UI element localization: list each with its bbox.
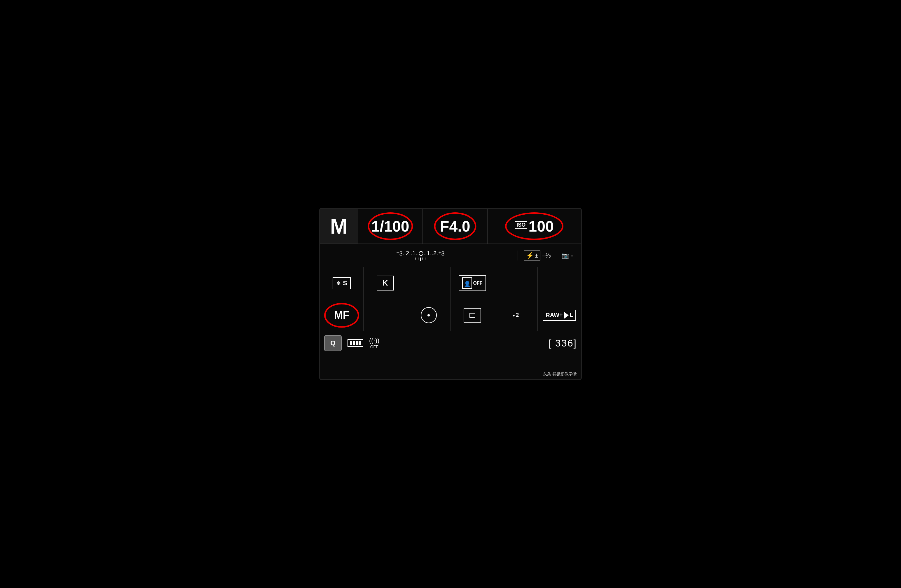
image-quality-label: RAW+: [546, 312, 563, 319]
kelvin-icon: K: [377, 275, 394, 291]
shot-count: [ 336]: [549, 338, 577, 349]
camera-display: M 1/100 F4.0 ISO 100 ⁻3 .. 2 .. 1: [319, 208, 582, 380]
aperture-cell: F4.0: [423, 209, 488, 244]
scale-plus3: ⁺3: [438, 250, 445, 257]
focus-mode-cell: MF: [320, 299, 363, 331]
metering-cell: [407, 299, 450, 331]
wifi-status: ((·)) OFF: [369, 337, 379, 349]
card-slot-number: 2: [516, 312, 519, 318]
af-area-cell: [451, 299, 494, 331]
exposure-scale: ⁻3 .. 2 .. 1 .. .. 1 .. 2 . ⁺3: [323, 250, 518, 261]
settings-row-1: ❄ S K 👤 OFF: [320, 267, 581, 299]
kelvin-label: K: [382, 278, 388, 287]
scale-minus3: ⁻3: [396, 250, 403, 257]
kelvin-cell: K: [363, 267, 407, 299]
flash-compensation: ⚡ ± –²⁄₃: [518, 250, 556, 260]
card-slot-label: ▸ 2: [513, 312, 519, 318]
wb-mode-label: S: [343, 279, 347, 287]
flash-icon: ⚡ ±: [524, 250, 540, 260]
iso-label: ISO: [515, 221, 527, 229]
bottom-row: Q ((·)) OFF [ 336]: [320, 331, 581, 355]
shooting-mode: M: [330, 216, 348, 237]
picture-control-status: OFF: [473, 281, 483, 286]
wifi-off-label: OFF: [370, 344, 379, 349]
scale-numbers: ⁻3 .. 2 .. 1 .. .. 1 .. 2 . ⁺3: [396, 250, 445, 257]
settings-row-2: MF ▸ 2 RAW+ L: [320, 299, 581, 331]
image-quality-icon: RAW+ L: [543, 310, 576, 321]
af-area-icon: [464, 308, 481, 323]
quick-menu-button[interactable]: Q: [324, 335, 342, 351]
watermark: 头条 @摄影教学堂: [543, 372, 577, 377]
iso-cell: ISO 100: [488, 209, 581, 244]
wb-icon: ❄ S: [333, 277, 351, 289]
focus-mode-value: MF: [334, 309, 349, 321]
camera-bracket-icon: 📷 ≡: [557, 252, 578, 259]
empty-cell-1: [407, 267, 450, 299]
shutter-cell: 1/100: [358, 209, 423, 244]
flash-comp-value: –²⁄₃: [542, 252, 550, 259]
battery-icon: [348, 339, 363, 347]
scale-zero: [419, 251, 423, 256]
raw-triangle-icon: [564, 312, 569, 319]
shutter-speed-value: 1/100: [371, 218, 409, 235]
empty-row2-cell: [363, 299, 407, 331]
mode-cell: M: [320, 209, 358, 244]
aperture-value: F4.0: [440, 218, 470, 235]
image-quality-cell: RAW+ L: [538, 299, 581, 331]
iso-value: 100: [528, 219, 554, 234]
picture-control-cell: 👤 OFF: [451, 267, 494, 299]
card-slot-cell: ▸ 2: [494, 299, 538, 331]
iso-container: ISO 100: [515, 219, 554, 234]
top-info-row: M 1/100 F4.0 ISO 100: [320, 209, 581, 244]
metering-icon: [421, 307, 437, 323]
tick-marks: [415, 258, 426, 261]
empty-cell-3: [538, 267, 581, 299]
empty-cell-2: [494, 267, 538, 299]
exposure-row: ⁻3 .. 2 .. 1 .. .. 1 .. 2 . ⁺3: [320, 244, 581, 267]
picture-control-icon: 👤 OFF: [459, 275, 486, 291]
white-balance-cell: ❄ S: [320, 267, 363, 299]
quick-button-label: Q: [330, 339, 335, 347]
